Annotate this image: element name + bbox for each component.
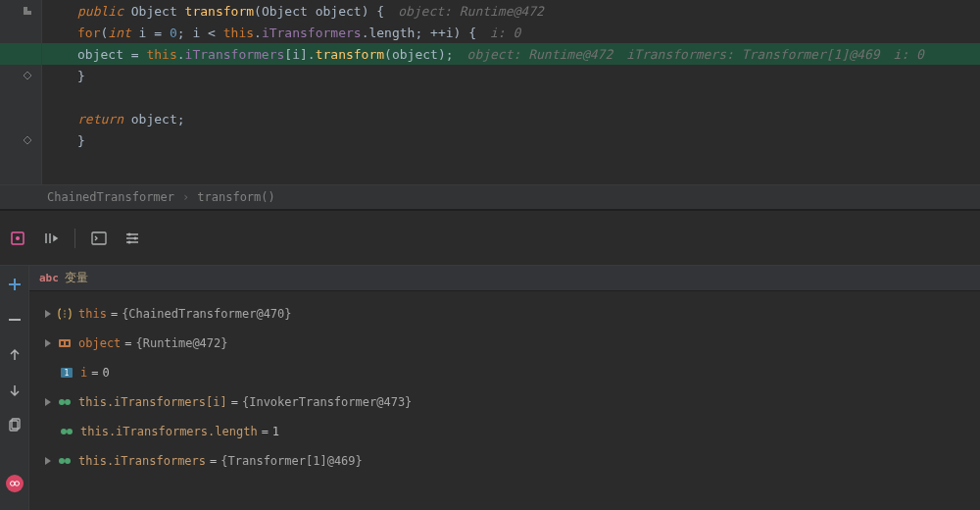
code-line[interactable]: return object; <box>42 108 980 129</box>
watch-badge-icon[interactable] <box>6 475 24 492</box>
var-row-this[interactable]: this = {ChainedTransformer@470} <box>29 299 980 329</box>
inlay-hint: i: 0 <box>476 26 520 40</box>
svg-point-19 <box>65 399 71 405</box>
code-line[interactable]: } <box>42 65 980 86</box>
expand-icon[interactable] <box>41 395 55 409</box>
svg-point-8 <box>11 482 16 486</box>
chevron-right-icon: › <box>182 190 189 204</box>
inlay-hint: object: Runtime@472 <box>454 47 613 62</box>
inlay-hint: iTransformers: Transformer[1]@469 <box>612 47 879 62</box>
watch-icon <box>59 424 74 439</box>
collapse-icon[interactable] <box>22 70 33 81</box>
variables-header: abc 变量 <box>29 266 980 291</box>
gutter-row <box>0 86 41 108</box>
debug-panel: abc 变量 this = {ChainedTransformer@470} o… <box>0 266 980 510</box>
svg-point-12 <box>64 316 66 318</box>
svg-point-23 <box>65 458 71 464</box>
var-row-object[interactable]: object = {Runtime@472} <box>29 329 980 358</box>
expand-icon[interactable] <box>41 454 55 468</box>
svg-point-4 <box>134 236 137 239</box>
expand-icon[interactable] <box>41 307 55 321</box>
svg-rect-15 <box>66 341 69 345</box>
svg-point-3 <box>128 232 131 235</box>
modified-icon <box>22 5 33 17</box>
expand-icon[interactable] <box>41 336 55 350</box>
side-toolbar <box>0 266 29 510</box>
svg-point-11 <box>64 313 66 315</box>
code-line[interactable] <box>42 151 980 173</box>
svg-text:1: 1 <box>65 369 70 378</box>
svg-point-22 <box>59 458 65 464</box>
svg-point-18 <box>59 399 65 405</box>
collapse-icon[interactable] <box>22 134 33 146</box>
code-line[interactable]: public Object transform(Object object) {… <box>42 0 980 22</box>
variables-tree[interactable]: this = {ChainedTransformer@470} object =… <box>29 291 980 510</box>
add-watch-button[interactable] <box>6 276 24 293</box>
code-line[interactable]: for(int i = 0; i < this.iTransformers.le… <box>42 22 980 43</box>
variables-panel: abc 变量 this = {ChainedTransformer@470} o… <box>29 266 980 510</box>
code-line[interactable]: } <box>42 129 980 151</box>
svg-point-10 <box>64 310 66 312</box>
divider <box>74 229 75 248</box>
int-icon: 1 <box>59 365 74 381</box>
gutter-row <box>0 65 41 86</box>
var-row-watch[interactable]: this.iTransformers = {Transformer[1]@469… <box>29 446 980 476</box>
svg-rect-13 <box>59 339 71 347</box>
inlay-hint: i: 0 <box>880 47 924 62</box>
object-icon <box>57 306 73 322</box>
remove-watch-button[interactable] <box>6 311 24 329</box>
svg-point-5 <box>128 240 131 243</box>
var-row-watch[interactable]: this.iTransformers[i] = {InvokerTransfor… <box>29 387 980 417</box>
gutter <box>0 0 42 184</box>
debug-toolbar <box>0 210 980 265</box>
gutter-row <box>0 108 41 129</box>
svg-point-21 <box>67 429 73 434</box>
editor-pane: public Object transform(Object object) {… <box>0 0 980 184</box>
svg-point-1 <box>16 236 20 240</box>
watch-icon <box>57 453 73 469</box>
down-button[interactable] <box>6 382 24 399</box>
abc-icon: abc <box>39 272 59 284</box>
var-row-watch[interactable]: this.iTransformers.length = 1 <box>29 417 980 446</box>
svg-rect-14 <box>61 341 64 345</box>
svg-point-20 <box>61 429 67 434</box>
breadcrumb-item[interactable]: transform() <box>197 190 274 204</box>
step-over-button[interactable] <box>8 229 27 248</box>
code-area[interactable]: public Object transform(Object object) {… <box>42 0 980 184</box>
settings-button[interactable] <box>122 229 142 248</box>
copy-button[interactable] <box>6 417 24 434</box>
param-icon <box>57 335 73 351</box>
var-row-i[interactable]: 1 i = 0 <box>29 358 980 387</box>
svg-rect-2 <box>92 232 106 244</box>
watch-icon <box>57 394 73 410</box>
gutter-row <box>0 151 41 173</box>
code-line[interactable] <box>42 86 980 108</box>
svg-point-9 <box>15 482 20 486</box>
gutter-row-current <box>0 43 41 65</box>
breadcrumb-item[interactable]: ChainedTransformer <box>47 190 174 204</box>
console-button[interactable] <box>89 229 109 248</box>
step-into-button[interactable] <box>41 229 61 248</box>
gutter-row <box>0 0 41 22</box>
inlay-hint: object: Runtime@472 <box>384 4 544 19</box>
code-line-current[interactable]: object = this.iTransformers[i].transform… <box>42 43 980 65</box>
up-button[interactable] <box>6 346 24 364</box>
gutter-row <box>0 129 41 151</box>
variables-title: 变量 <box>65 270 88 286</box>
breadcrumb[interactable]: ChainedTransformer › transform() <box>0 184 980 210</box>
gutter-row <box>0 22 41 43</box>
